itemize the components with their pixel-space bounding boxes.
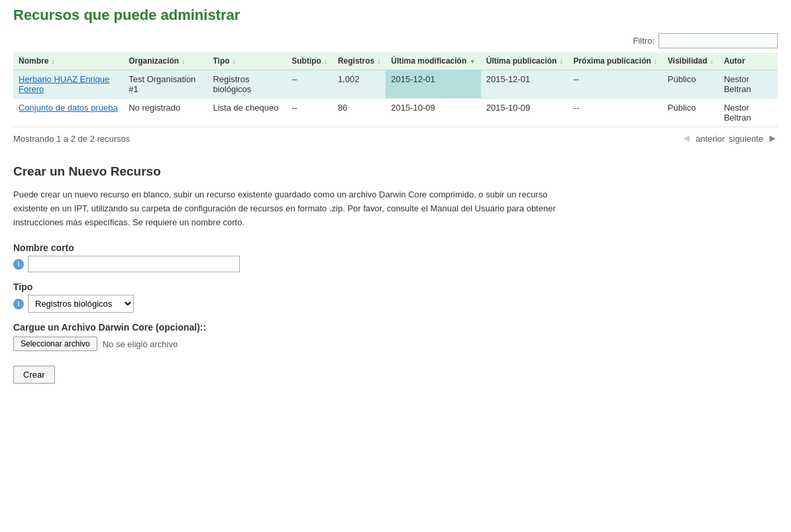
table-row: Herbario HUAZ Enrique ForeroTest Organis… [13,70,778,99]
sort-icon-proxima_pub[interactable]: ↕ [653,58,657,65]
file-upload-row: Seleccionar archivo No se eligió archivo [13,337,778,351]
cell-tipo: Registros biológicos [207,70,286,99]
cell-nombre[interactable]: Herbario HUAZ Enrique Forero [13,70,123,99]
nombre-corto-info-icon: i [13,259,24,270]
next-label[interactable]: siguiente [729,134,763,144]
cell-proxima_pub: -- [568,99,662,127]
tipo-group: Tipo i Registros biológicosLista de cheq… [13,282,778,313]
col-header-ultima_pub[interactable]: Última publicación ↕ [481,52,568,70]
tipo-label: Tipo [13,282,778,292]
filter-bar: Filtro: [13,33,778,48]
pagination-bar: Mostrando 1 a 2 de 2 recursos ◄ anterior… [13,133,778,144]
cell-visibilidad: Público [662,99,719,127]
file-no-selection-text: No se eligió archivo [103,339,178,349]
page-title: Recursos que puede administrar [13,7,778,24]
col-header-nombre[interactable]: Nombre ↕ [13,52,123,70]
table-header: Nombre ↕Organización ↕Tipo ↕Subtipo ↕Reg… [13,52,778,70]
table-body: Herbario HUAZ Enrique ForeroTest Organis… [13,70,778,127]
cell-registros: 1,002 [333,70,386,99]
cell-registros: 86 [333,99,386,127]
col-header-visibilidad[interactable]: Visibilidad ↕ [662,52,719,70]
col-header-autor: Autor [719,52,778,70]
filter-label: Filtro: [633,36,655,46]
cell-nombre[interactable]: Conjunto de datos prueba [13,99,123,127]
cell-subtipo: -- [286,99,333,127]
tipo-row: i Registros biológicosLista de chequeoMe… [13,295,778,313]
prev-label[interactable]: anterior [696,134,725,144]
archivo-group: Cargue un Archivo Darwin Core (opcional)… [13,322,778,351]
sort-icon-visibilidad[interactable]: ↕ [709,58,713,65]
crear-button[interactable]: Crear [13,366,55,384]
cell-organizacion: Test Organisation #1 [123,70,207,99]
select-file-button[interactable]: Seleccionar archivo [13,337,97,351]
cell-ultima_pub: 2015-12-01 [481,70,568,99]
prev-icon[interactable]: ◄ [681,133,692,144]
cell-ultima_pub: 2015-10-09 [481,99,568,127]
col-header-organizacion[interactable]: Organización ↕ [123,52,207,70]
nombre-corto-input[interactable] [28,256,240,272]
resource-link[interactable]: Herbario HUAZ Enrique Forero [19,74,109,94]
nombre-corto-group: Nombre corto i [13,242,778,272]
col-header-proxima_pub[interactable]: Próxima publicación ↕ [568,52,662,70]
sort-icon-organizacion[interactable]: ↕ [180,58,185,65]
col-header-subtipo[interactable]: Subtipo ↕ [286,52,333,70]
cell-visibilidad: Público [662,70,719,99]
resource-link[interactable]: Conjunto de datos prueba [19,103,118,113]
sort-icon-nombre[interactable]: ↕ [50,58,54,65]
tipo-select[interactable]: Registros biológicosLista de chequeoMeta… [28,295,134,313]
cell-autor: Nestor Beltran [719,99,778,127]
cell-autor: Nestor Beltran [719,70,778,99]
col-header-tipo[interactable]: Tipo ↕ [207,52,286,70]
cell-ultima_mod: 2015-10-09 [386,99,480,127]
tipo-info-icon: i [13,299,24,309]
cell-ultima_mod: 2015-12-01 [386,70,480,99]
cell-tipo: Lista de chequeo [207,99,286,127]
table-row: Conjunto de datos pruebaNo registradoLis… [13,99,778,127]
col-header-ultima_mod[interactable]: Última modificación ▼ [386,52,480,70]
resources-table: Nombre ↕Organización ↕Tipo ↕Subtipo ↕Reg… [13,52,778,127]
pagination-nav: ◄ anterior siguiente ► [681,133,778,144]
cell-organizacion: No registrado [123,99,207,127]
sort-icon-ultima_mod[interactable]: ▼ [468,58,475,65]
sort-icon-registros[interactable]: ↕ [376,58,380,65]
cell-subtipo: -- [286,70,333,99]
filter-input[interactable] [659,33,778,48]
sort-icon-subtipo[interactable]: ↕ [323,58,327,65]
archivo-label: Cargue un Archivo Darwin Core (opcional)… [13,322,778,333]
sort-icon-tipo[interactable]: ↕ [231,58,236,65]
col-header-registros[interactable]: Registros ↕ [333,52,386,70]
crear-title: Crear un Nuevo Recurso [13,164,778,179]
pagination-text: Mostrando 1 a 2 de 2 recursos [13,134,130,144]
crear-description: Puede crear un nuevo recurso en blanco, … [13,188,583,229]
nombre-corto-label: Nombre corto [13,242,778,253]
crear-section: Crear un Nuevo Recurso Puede crear un nu… [13,158,778,384]
next-icon[interactable]: ► [767,133,778,144]
nombre-corto-row: i [13,256,778,272]
sort-icon-ultima_pub[interactable]: ↕ [558,58,562,65]
cell-proxima_pub: -- [568,70,662,99]
